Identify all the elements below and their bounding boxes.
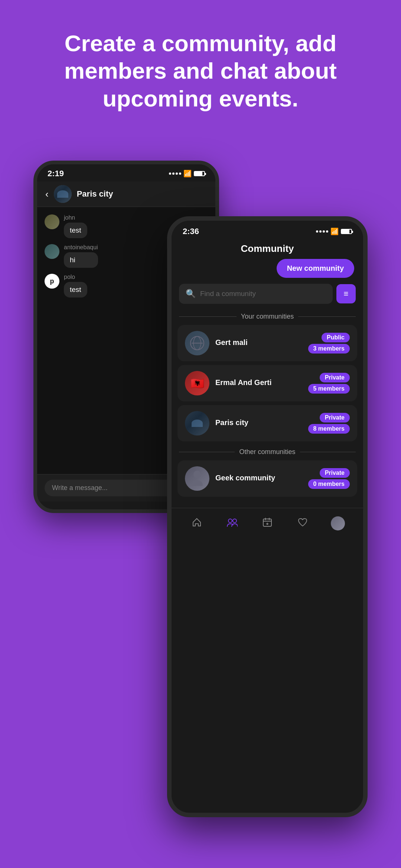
subway-art (54, 185, 72, 203)
msg-text-antoine: hi (64, 252, 98, 268)
your-communities-divider: Your communities (172, 310, 363, 325)
page-wrapper: Create a community, add members and chat… (0, 0, 401, 868)
page-headline: Create a community, add members and chat… (0, 30, 401, 112)
community-item-geek[interactable]: Geek community Private 0 members (177, 460, 357, 497)
subway-art-paris (185, 411, 209, 435)
badge-members-ermal: 5 members (308, 384, 350, 394)
geek-thumb-img (185, 466, 209, 491)
community-thumb-ermal-gerti (185, 371, 209, 395)
nav-community[interactable] (223, 514, 241, 533)
badge-private-geek: Private (320, 468, 350, 478)
back-phone-status-bar: 2:19 📶 (37, 164, 215, 181)
chat-title: Paris city (77, 189, 113, 199)
battery-fill (195, 172, 202, 175)
nav-profile[interactable] (329, 514, 347, 533)
search-placeholder: Find a community (200, 290, 256, 298)
bottom-nav (172, 508, 363, 542)
gert-thumb-img (185, 331, 209, 355)
msg-avatar-antoine (45, 244, 59, 259)
community-badges-ermal-gerti: Private 5 members (308, 373, 350, 394)
filter-icon: ≡ (344, 289, 349, 299)
other-divider-left (179, 452, 235, 452)
nav-favorites[interactable] (293, 514, 312, 533)
flag-art-img (185, 371, 209, 395)
community-item-ermal-gerti[interactable]: Ermal And Gerti Private 5 members (177, 365, 357, 401)
svg-point-3 (193, 471, 201, 478)
signal-dot-3 (176, 172, 178, 175)
search-box[interactable]: 🔍 Find a community (179, 284, 333, 304)
phone-front: 2:36 📶 Community New com (167, 216, 368, 817)
front-signal-dot-4 (326, 230, 328, 233)
community-thumb-gert-mali (185, 331, 209, 355)
other-communities-label: Other communities (239, 448, 295, 456)
front-phone-status-icons: 📶 (316, 227, 352, 236)
msg-text-john: test (64, 223, 87, 238)
nav-home[interactable] (188, 514, 206, 533)
nav-events[interactable] (258, 514, 277, 533)
front-battery-fill (342, 230, 349, 233)
msg-text-polo: test (64, 282, 87, 297)
msg-avatar-polo: p (45, 274, 59, 289)
front-signal-dots (316, 230, 328, 233)
back-phone-status-icons: 📶 (169, 170, 205, 178)
msg-username-antoine: antoinebaqui (64, 244, 98, 251)
heart-icon (297, 517, 308, 530)
front-wifi-icon: 📶 (330, 227, 339, 236)
front-signal-dot-1 (316, 230, 318, 233)
front-phone-time: 2:36 (183, 227, 199, 236)
search-icon: 🔍 (186, 289, 196, 299)
events-icon (262, 517, 273, 530)
back-arrow-icon[interactable]: ‹ (45, 188, 49, 200)
your-communities-label: Your communities (241, 313, 294, 320)
msg-content-john: john test (64, 214, 87, 238)
badge-members-paris: 8 members (308, 424, 350, 434)
front-phone-status-bar: 2:36 📶 (172, 221, 363, 240)
community-badges-paris-city: Private 8 members (308, 413, 350, 434)
other-divider-right (300, 452, 356, 452)
community-badges-geek: Private 0 members (308, 468, 350, 489)
signal-dot-2 (172, 172, 175, 175)
chat-header: ‹ Paris city (37, 181, 215, 207)
community-thumb-geek (185, 466, 209, 491)
community-item-paris-city[interactable]: Paris city Private 8 members (177, 405, 357, 441)
badge-private-paris: Private (320, 413, 350, 423)
phones-container: 2:19 📶 ‹ (33, 142, 368, 847)
app-header: Community New community (172, 240, 363, 284)
msg-content-antoine: antoinebaqui hi (64, 244, 98, 268)
other-communities-divider: Other communities (172, 445, 363, 460)
search-row: 🔍 Find a community ≡ (172, 284, 363, 310)
community-icon (226, 517, 238, 530)
msg-avatar-john (45, 214, 59, 229)
community-name-ermal-gerti: Ermal And Gerti (215, 378, 272, 387)
back-phone-time: 2:19 (48, 169, 64, 178)
new-community-button[interactable]: New community (277, 259, 354, 278)
msg-username-john: john (64, 214, 87, 221)
filter-button[interactable]: ≡ (336, 284, 356, 303)
community-item-gert-mali[interactable]: Gert mali Public 3 members (177, 325, 357, 361)
msg-avatar-john-img (45, 214, 59, 229)
community-thumb-paris-city (185, 411, 209, 435)
front-signal-dot-3 (323, 230, 325, 233)
svg-point-4 (228, 519, 232, 523)
community-badges-gert-mali: Public 3 members (308, 333, 350, 354)
signal-dot-4 (179, 172, 181, 175)
badge-public-gert: Public (322, 333, 350, 342)
chat-avatar (54, 185, 72, 203)
profile-avatar (331, 516, 345, 530)
msg-username-polo: polo (64, 274, 87, 280)
front-battery-icon (341, 229, 352, 234)
signal-dot-1 (169, 172, 171, 175)
msg-content-polo: polo test (64, 274, 87, 297)
app-title: Community (241, 243, 294, 254)
community-name-paris-city: Paris city (215, 418, 248, 427)
battery-icon (194, 171, 205, 176)
community-name-geek: Geek community (215, 474, 275, 482)
divider-line-left (179, 316, 237, 317)
front-signal-dot-2 (319, 230, 322, 233)
divider-line-right (298, 316, 356, 317)
home-icon (192, 517, 202, 530)
signal-dots (169, 172, 181, 175)
chat-input-placeholder: Write a message... (52, 484, 108, 491)
badge-members-geek: 0 members (308, 479, 350, 489)
community-name-gert-mali: Gert mali (215, 338, 248, 347)
